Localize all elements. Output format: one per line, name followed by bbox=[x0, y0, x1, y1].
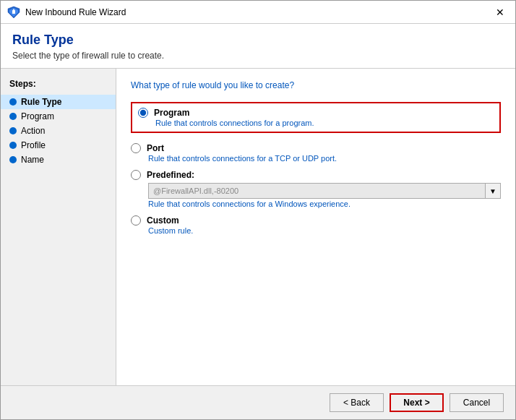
radio-program[interactable] bbox=[138, 108, 148, 118]
predefined-dropdown-row: ▼ bbox=[148, 183, 501, 199]
predefined-input bbox=[148, 183, 485, 199]
page-title: Rule Type bbox=[12, 33, 504, 48]
option-predefined-desc: Rule that controls connections for a Win… bbox=[148, 200, 501, 208]
sidebar-label-profile: Profile bbox=[21, 140, 46, 150]
titlebar: New Inbound Rule Wizard ✕ bbox=[1, 1, 515, 24]
sidebar-label-action: Action bbox=[21, 126, 45, 136]
option-predefined-label[interactable]: Predefined: bbox=[147, 170, 194, 180]
step-indicator-rule-type bbox=[9, 98, 17, 106]
option-port-row: Port bbox=[131, 143, 501, 153]
header: Rule Type Select the type of firewall ru… bbox=[1, 24, 515, 69]
close-button[interactable]: ✕ bbox=[491, 3, 509, 22]
sidebar-item-rule-type[interactable]: Rule Type bbox=[1, 95, 116, 109]
steps-label: Steps: bbox=[1, 76, 116, 92]
option-custom-row: Custom bbox=[131, 215, 501, 226]
step-indicator-action bbox=[9, 127, 17, 134]
radio-port[interactable] bbox=[131, 143, 141, 153]
step-indicator-program bbox=[9, 113, 17, 120]
page-subtitle: Select the type of firewall rule to crea… bbox=[12, 51, 504, 61]
option-predefined-row: Predefined: bbox=[131, 170, 501, 180]
option-group: Program Rule that controls connections f… bbox=[131, 102, 501, 235]
sidebar-item-profile[interactable]: Profile bbox=[1, 138, 116, 153]
option-port-desc: Rule that controls connections for a TCP… bbox=[148, 154, 501, 163]
app-icon bbox=[7, 5, 21, 20]
option-custom-label[interactable]: Custom bbox=[147, 215, 179, 226]
option-program-label[interactable]: Program bbox=[154, 108, 189, 118]
option-port-container: Port Rule that controls connections for … bbox=[131, 143, 501, 163]
sidebar-item-program[interactable]: Program bbox=[1, 109, 116, 124]
predefined-dropdown-arrow[interactable]: ▼ bbox=[485, 183, 501, 199]
option-predefined-container: Predefined: ▼ Rule that controls connect… bbox=[131, 170, 501, 208]
sidebar-item-name[interactable]: Name bbox=[1, 153, 116, 167]
radio-predefined[interactable] bbox=[131, 170, 141, 180]
radio-custom[interactable] bbox=[131, 215, 141, 226]
sidebar: Steps: Rule Type Program Action Profile … bbox=[1, 69, 116, 385]
option-program-row: Program bbox=[138, 108, 494, 118]
option-program-desc: Rule that controls connections for a pro… bbox=[155, 119, 494, 127]
main-window: New Inbound Rule Wizard ✕ Rule Type Sele… bbox=[0, 0, 516, 420]
sidebar-label-program: Program bbox=[21, 111, 54, 121]
next-button[interactable]: Next > bbox=[390, 393, 444, 412]
content-area: Steps: Rule Type Program Action Profile … bbox=[1, 69, 515, 385]
back-button[interactable]: < Back bbox=[330, 393, 384, 412]
step-indicator-profile bbox=[9, 142, 17, 149]
svg-rect-3 bbox=[13, 9, 14, 11]
option-custom-desc: Custom rule. bbox=[148, 226, 501, 235]
option-program-container: Program Rule that controls connections f… bbox=[131, 102, 501, 133]
sidebar-label-rule-type: Rule Type bbox=[21, 97, 61, 107]
question-text: What type of rule would you like to crea… bbox=[131, 80, 501, 90]
option-port-label[interactable]: Port bbox=[147, 143, 164, 153]
window-title: New Inbound Rule Wizard bbox=[25, 7, 491, 17]
cancel-button[interactable]: Cancel bbox=[450, 393, 504, 412]
main-content: What type of rule would you like to crea… bbox=[116, 69, 515, 385]
sidebar-label-name: Name bbox=[21, 155, 44, 165]
option-custom-container: Custom Custom rule. bbox=[131, 215, 501, 235]
sidebar-item-action[interactable]: Action bbox=[1, 124, 116, 138]
step-indicator-name bbox=[9, 156, 17, 163]
footer: < Back Next > Cancel bbox=[1, 385, 515, 419]
